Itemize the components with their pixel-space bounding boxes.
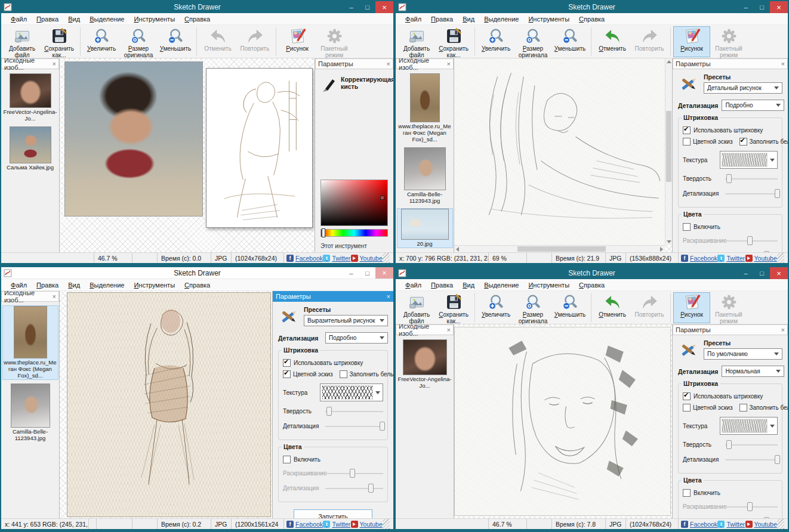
thumbnail-salma[interactable]: Сальма Хайек.jpg [3, 126, 58, 171]
youtube-link[interactable]: Youtube [745, 521, 777, 528]
fill-white-checkbox[interactable] [340, 370, 347, 378]
texture-select[interactable] [320, 383, 383, 401]
save-as-button[interactable]: Сохранить как... [435, 292, 472, 323]
twitter-link[interactable]: Twitter [323, 255, 350, 262]
thumbnail-megan-selected[interactable]: www.theplace.ru_Меган Фокс (Megan Fox)_s… [3, 306, 58, 379]
menu-selection[interactable]: Выделение [479, 14, 523, 24]
slider-thumb[interactable] [726, 174, 732, 183]
twitter-link[interactable]: Twitter [717, 255, 745, 262]
menu-selection[interactable]: Выделение [85, 280, 129, 290]
facebook-link[interactable]: Facebook [286, 521, 323, 528]
hardness-slider[interactable] [325, 406, 383, 416]
fill-white-checkbox[interactable] [739, 138, 747, 146]
enable-colors-checkbox[interactable] [283, 456, 291, 463]
menu-file[interactable]: Файл [6, 14, 32, 24]
menu-view[interactable]: Вид [63, 14, 85, 24]
minimize-button[interactable] [343, 267, 359, 279]
vertical-scrollbar[interactable] [665, 58, 672, 245]
draw-button[interactable]: Рисунок [279, 26, 316, 57]
panel-close-icon[interactable] [387, 60, 390, 67]
zoom-in-button[interactable]: Увеличить [477, 292, 514, 323]
texture-select[interactable] [720, 417, 778, 435]
scrollbar-thumb[interactable] [666, 111, 671, 182]
thumbnail-megan[interactable]: www.theplace.ru_Меган Фокс (Megan Fox)_s… [397, 73, 452, 143]
zoom-out-button[interactable]: Уменьшить [551, 26, 588, 57]
detail-slider[interactable] [725, 454, 778, 465]
titlebar[interactable]: Sketch Drawer [396, 1, 788, 13]
detail-slider[interactable] [325, 421, 383, 431]
color-sketch-checkbox[interactable] [283, 370, 291, 378]
fill-white-checkbox[interactable] [739, 404, 747, 412]
youtube-link[interactable]: Youtube [745, 255, 777, 262]
menu-view[interactable]: Вид [458, 14, 479, 24]
menu-tools[interactable]: Инструменты [129, 14, 180, 24]
use-hatching-checkbox[interactable] [683, 392, 691, 400]
panel-close-icon[interactable] [781, 60, 785, 67]
panel-close-icon[interactable] [387, 293, 390, 300]
close-button[interactable] [770, 267, 788, 279]
maximize-button[interactable] [359, 1, 375, 13]
menu-selection[interactable]: Выделение [479, 280, 523, 290]
undo-button[interactable]: Отменить [594, 292, 631, 323]
titlebar[interactable]: Sketch Drawer [1, 267, 393, 279]
add-file-button[interactable]: Добавить файл [4, 26, 41, 57]
close-button[interactable] [770, 1, 788, 13]
zoom-in-button[interactable]: Увеличить [83, 26, 120, 57]
menu-help[interactable]: Справка [180, 14, 215, 24]
resize-grip[interactable] [383, 519, 390, 529]
panel-close-icon[interactable] [447, 326, 451, 333]
menu-edit[interactable]: Правка [426, 14, 458, 24]
horizontal-scrollbar[interactable] [454, 245, 665, 252]
menu-help[interactable]: Справка [180, 280, 215, 290]
detail-select[interactable]: Подробно [325, 332, 388, 344]
slider-thumb[interactable] [726, 440, 732, 449]
detail-select[interactable]: Подробно [722, 100, 784, 111]
color-picker-saturation[interactable] [320, 180, 388, 226]
menu-file[interactable]: Файл [6, 280, 32, 290]
menu-edit[interactable]: Правка [426, 280, 458, 290]
scroll-up-icon[interactable] [667, 60, 671, 63]
maximize-button[interactable] [754, 1, 770, 13]
facebook-link[interactable]: Facebook [681, 521, 717, 528]
preset-select[interactable]: По умолчанию [704, 348, 782, 360]
scroll-right-icon[interactable] [660, 247, 663, 252]
hue-cursor[interactable] [322, 228, 325, 237]
resize-grip[interactable] [777, 519, 784, 529]
original-size-button[interactable]: Размер оригинала [514, 26, 551, 57]
menu-tools[interactable]: Инструменты [523, 14, 574, 24]
color-sketch-checkbox[interactable] [683, 404, 691, 412]
menu-selection[interactable]: Выделение [85, 14, 129, 24]
twitter-link[interactable]: Twitter [717, 521, 745, 528]
scroll-down-icon[interactable] [667, 240, 671, 243]
thumbnail-angelina[interactable]: FreeVector-Angelina-Jo... [3, 73, 58, 122]
enable-colors-checkbox[interactable] [683, 489, 691, 497]
thumbnail-camilla[interactable]: Camilla-Belle-1123943.jpg [3, 383, 58, 442]
color-picker-hue-bar[interactable] [320, 229, 388, 237]
slider-thumb[interactable] [326, 407, 332, 416]
menu-help[interactable]: Справка [574, 14, 609, 24]
menu-view[interactable]: Вид [458, 280, 479, 290]
menu-file[interactable]: Файл [400, 280, 426, 290]
minimize-button[interactable] [738, 267, 754, 279]
detail-slider[interactable] [725, 188, 778, 199]
menu-help[interactable]: Справка [574, 280, 609, 290]
canvas-area[interactable] [454, 324, 672, 518]
color-sketch-checkbox[interactable] [683, 138, 691, 146]
titlebar[interactable]: Sketch Drawer [396, 267, 788, 279]
menu-edit[interactable]: Правка [32, 14, 63, 24]
thumbnail-angelina[interactable]: FreeVector-Angelina-Jo... [397, 339, 452, 389]
menu-view[interactable]: Вид [63, 280, 85, 290]
scroll-left-icon[interactable] [456, 247, 459, 252]
undo-button[interactable]: Отменить [594, 26, 631, 57]
panel-close-icon[interactable] [781, 326, 785, 333]
zoom-out-button[interactable]: Уменьшить [157, 26, 194, 57]
save-as-button[interactable]: Сохранить как... [435, 26, 472, 57]
run-button[interactable]: Запустить [294, 509, 372, 518]
canvas-area[interactable] [454, 58, 672, 252]
minimize-button[interactable] [738, 1, 754, 13]
hardness-slider[interactable] [725, 440, 778, 450]
titlebar[interactable]: Sketch Drawer [1, 1, 393, 13]
youtube-link[interactable]: Youtube [351, 255, 383, 262]
use-hatching-checkbox[interactable] [283, 359, 291, 367]
slider-thumb[interactable] [380, 422, 385, 431]
